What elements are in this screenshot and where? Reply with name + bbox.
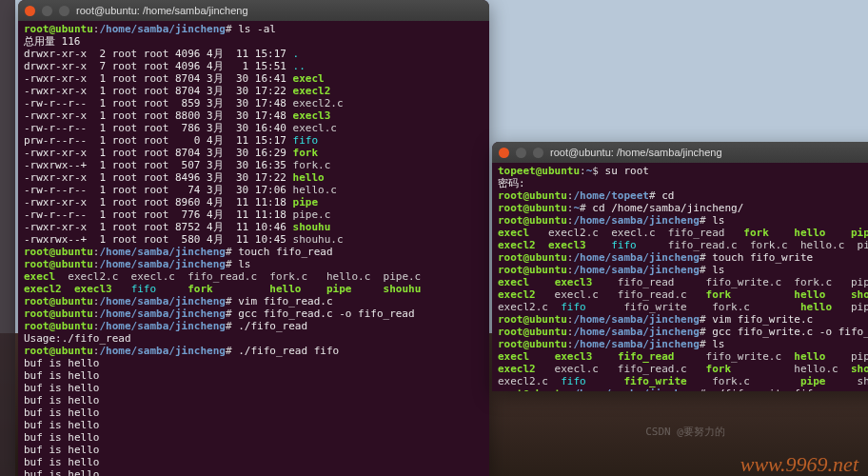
minimize-icon[interactable]: [516, 148, 526, 158]
titlebar-2[interactable]: root@ubuntu: /home/samba/jincheng: [492, 142, 868, 163]
terminal-output-2[interactable]: topeet@ubuntu:~$ su root 密码: root@ubuntu…: [492, 163, 868, 391]
watermark-9969: www.9969.net: [740, 458, 858, 470]
watermark-csdn: CSDN @要努力的: [645, 426, 725, 438]
maximize-icon[interactable]: [533, 148, 543, 158]
minimize-icon[interactable]: [42, 6, 52, 16]
window-title-2: root@ubuntu: /home/samba/jincheng: [550, 147, 722, 159]
close-icon[interactable]: [25, 6, 35, 16]
terminal-window-2: root@ubuntu: /home/samba/jincheng topeet…: [492, 142, 868, 391]
terminal-output-1[interactable]: root@ubuntu:/home/samba/jincheng# ls -al…: [18, 21, 489, 476]
window-title-1: root@ubuntu: /home/samba/jincheng: [76, 5, 248, 17]
titlebar-1[interactable]: root@ubuntu: /home/samba/jincheng: [18, 0, 489, 21]
unity-launcher-dock[interactable]: [0, 0, 15, 476]
maximize-icon[interactable]: [59, 6, 69, 16]
terminal-window-1: root@ubuntu: /home/samba/jincheng root@u…: [18, 0, 489, 476]
close-icon[interactable]: [499, 148, 509, 158]
